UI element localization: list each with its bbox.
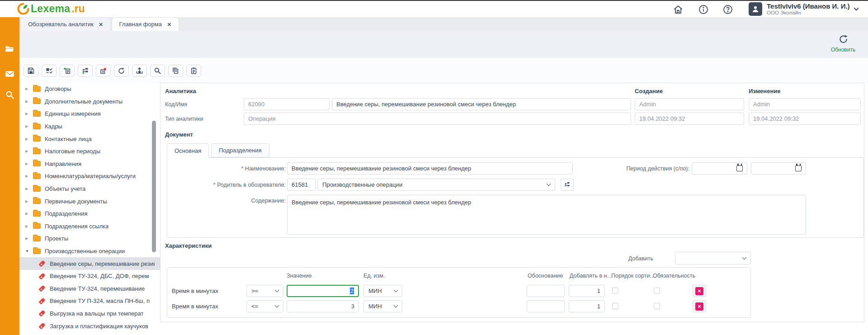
analytics-name-input[interactable]: Введение серы, перемешивание резиновой с… [332,98,631,110]
tree-folder[interactable]: ▶Кадры [19,120,160,133]
folder-icon [33,236,41,241]
tree-folder[interactable]: ▶Договоры [19,83,160,95]
add-item-button[interactable] [60,65,75,77]
help-icon[interactable] [722,4,733,15]
tab-document-main[interactable]: Основная [167,143,209,158]
expand-arrow-icon[interactable]: ▶ [25,149,33,153]
selected-text: 2 [350,288,354,294]
unit-select[interactable]: МИН [363,285,402,297]
expand-arrow-icon[interactable]: ▶ [25,174,33,178]
add-to-input[interactable]: 1 [569,285,605,297]
tree-folder[interactable]: ▶Проекты [19,232,160,245]
close-icon[interactable]: × [167,21,171,28]
col-header-add-to: Добавлять в н... [570,273,612,279]
parent-code-input[interactable]: 61581 [287,179,316,191]
tree-folder[interactable]: ▶Подразделения ссылка [19,220,160,233]
tree-folder[interactable]: ▶Направления [19,158,160,170]
parent-tree-picker-button[interactable] [561,179,574,191]
tree-folder[interactable]: ▶Подразделения [19,208,160,220]
characteristic-name: Время в минутах [172,288,218,294]
folder-icon [33,174,41,179]
import-button[interactable] [132,65,147,77]
home-icon[interactable] [673,4,684,15]
required-checkbox[interactable] [654,288,660,294]
tab-main-form[interactable]: Главная форма × [112,17,179,31]
search-icon[interactable] [5,90,15,100]
refresh-button-toolbar[interactable] [114,65,129,77]
content-label: Содержание: [176,198,286,204]
tree-folder-expanded[interactable]: ▼Производственные операции [19,245,160,258]
expand-arrow-icon[interactable]: ▶ [25,137,33,141]
lexema-logo[interactable]: Lexema.ru [17,3,85,15]
select-check-button[interactable] [42,65,57,77]
operator-select[interactable]: >= [246,285,283,297]
delete-item-button[interactable] [96,65,111,77]
calendar-icon[interactable] [736,165,743,171]
justification-input[interactable] [527,300,565,312]
tab-document-departments[interactable]: Подразделения [211,143,269,157]
justification-input[interactable] [527,285,565,297]
add-characteristic-select[interactable] [675,252,751,264]
analytics-type-input[interactable]: Операция [244,113,631,125]
tree-folder[interactable]: ▶Номенклатура/материалы/услуги [19,170,160,183]
delete-row-button[interactable]: × [693,285,706,297]
parent-select[interactable]: Производственные операции [317,179,555,191]
tree-structure-button[interactable] [78,65,93,77]
sort-order-checkbox[interactable] [612,288,618,294]
refresh-button[interactable]: Обновить [827,34,859,53]
search-button[interactable] [150,65,165,77]
expand-arrow-icon[interactable]: ▶ [25,162,33,166]
folder-icon [33,161,41,166]
folder-icon[interactable] [5,44,15,55]
operator-select[interactable]: <= [246,300,283,312]
tree-folder[interactable]: ▶Контактные лица [19,132,160,145]
copy-button[interactable] [168,65,183,77]
tree-scrollbar-thumb[interactable] [152,121,156,252]
tree-folder[interactable]: ▶Дополнительные документы [19,95,160,108]
created-column-header: Создание [635,88,663,94]
close-icon[interactable]: × [99,21,103,28]
expand-arrow-icon[interactable]: ▶ [25,212,33,216]
save-button[interactable] [24,65,38,77]
expand-arrow-icon[interactable]: ▶ [25,99,33,104]
tree-leaf-selected[interactable]: Введение серы, перемешивание резиновой с… [19,257,160,270]
tree-leaf[interactable]: Введение ТУ П-324, масла ПН-6ш, п [19,295,160,307]
info-icon[interactable] [698,4,709,15]
user-name: TestIvIvIv6 (Иванов И. И.) [767,2,850,10]
period-to-input[interactable] [751,162,806,175]
tree-folder[interactable]: ▶Единицы измерения [19,108,160,120]
delete-row-button[interactable]: × [693,300,706,312]
expand-arrow-icon[interactable]: ▶ [25,187,33,191]
code-input[interactable]: 62080 [244,98,330,110]
sort-order-checkbox[interactable] [612,303,618,309]
tree-folder[interactable]: ▶Первичные документы [19,195,160,208]
value-input[interactable]: 3 [287,300,359,312]
tree-leaf[interactable]: Введение ТУ-324, ДБС, ДОФ, перем [19,270,160,283]
tree-folder[interactable]: ▶Объекты учета [19,183,160,195]
user-menu[interactable]: TestIvIvIv6 (Иванов И. И.) ООО Эколайн [749,2,858,16]
expand-arrow-icon[interactable]: ▶ [25,224,33,228]
period-from-input[interactable] [692,162,747,175]
expand-arrow-icon[interactable]: ▶ [25,236,33,241]
unit-select[interactable]: МИН [363,300,402,312]
tree-leaf[interactable]: Выгрузка на вальцы при температ [19,307,160,320]
value-input[interactable]: 2 [287,285,359,297]
doc-name-input[interactable]: Введение серы, перемешивание резиновой с… [287,162,573,175]
tag-icon [38,285,46,292]
content-textarea[interactable]: Введение серы, перемешивание резиновой с… [287,195,806,235]
add-to-input[interactable]: 1 [569,300,605,312]
tab-analytics-browser[interactable]: Обозреватель аналитик × [20,17,111,31]
expand-arrow-icon[interactable]: ▶ [25,87,33,91]
tree-leaf[interactable]: Введение ТУ-324, перемешивание [19,283,160,295]
tree-folder[interactable]: ▶Налоговые периоды [19,145,160,158]
calendar-icon[interactable] [795,165,802,171]
expand-arrow-icon[interactable]: ▶ [25,112,33,116]
refresh-label: Обновить [827,47,859,53]
tree-leaf[interactable]: Загрузка и пластификация каучуков [19,320,160,332]
collapse-arrow-icon[interactable]: ▼ [25,249,33,253]
expand-arrow-icon[interactable]: ▶ [25,199,33,203]
paste-button[interactable] [186,65,201,77]
mail-icon[interactable] [5,69,15,79]
required-checkbox[interactable] [654,303,660,309]
expand-arrow-icon[interactable]: ▶ [25,124,33,128]
